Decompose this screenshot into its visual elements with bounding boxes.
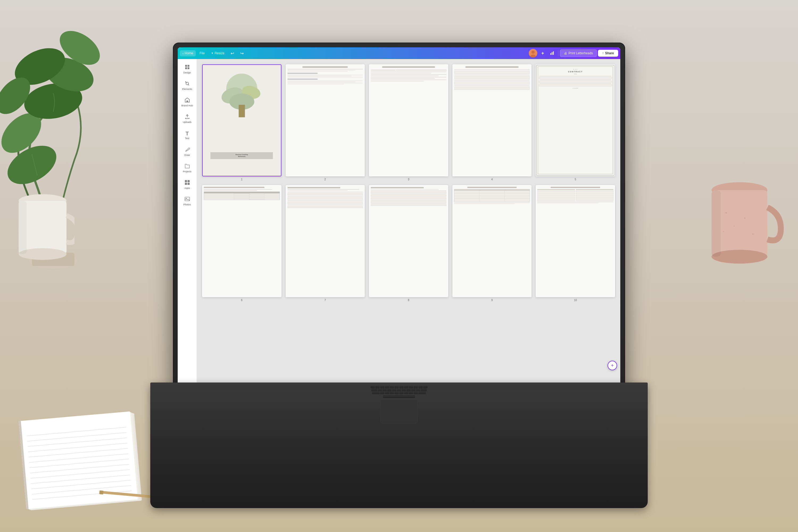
fab-add-button[interactable]: + xyxy=(608,361,617,370)
resize-button[interactable]: ▼ Resize xyxy=(209,50,227,56)
page-item-5: ✦ ✦ ✦ CONTRACT ✦ ✦ ✦ xyxy=(536,64,615,181)
home-label: Home xyxy=(185,51,193,55)
divider xyxy=(558,51,558,56)
svg-point-20 xyxy=(752,233,754,235)
laptop-base xyxy=(150,382,648,508)
text-icon: T xyxy=(185,131,189,136)
sidebar-item-projects[interactable]: Projects xyxy=(179,160,195,176)
sidebar-item-brand-hub[interactable]: Brand Hub xyxy=(179,94,195,110)
page-thumb-9[interactable] xyxy=(453,185,532,297)
sidebar-item-elements[interactable]: Elements xyxy=(179,78,195,94)
elements-label: Elements xyxy=(182,88,192,91)
page-item-2: 2 xyxy=(286,64,365,181)
svg-rect-49 xyxy=(185,65,187,67)
home-button[interactable]: ‹ Home xyxy=(180,50,196,56)
sidebar-item-text[interactable]: T Text xyxy=(179,127,195,143)
analytics-button[interactable] xyxy=(548,49,556,57)
uploads-label: Uploads xyxy=(183,121,191,124)
svg-point-19 xyxy=(723,231,724,232)
svg-rect-58 xyxy=(185,183,187,185)
page-thumb-5[interactable]: ✦ ✦ ✦ CONTRACT ✦ ✦ ✦ xyxy=(536,64,615,176)
canva-app: ‹ Home File ▼ Resize ↩ ↪ xyxy=(178,48,620,394)
sidebar: Design Elements xyxy=(178,59,197,384)
brand-hub-icon xyxy=(185,97,190,103)
svg-rect-41 xyxy=(99,491,103,494)
page-thumb-3[interactable] xyxy=(369,64,448,176)
svg-rect-66 xyxy=(239,105,245,117)
svg-rect-46 xyxy=(550,53,551,55)
page-thumb-8[interactable] xyxy=(369,185,448,297)
page-item-1: Business CoachingWorksheets 1 xyxy=(202,64,281,181)
apps-icon xyxy=(185,180,190,186)
page-item-7: 7 xyxy=(286,185,365,302)
svg-point-54 xyxy=(185,81,186,82)
pages-grid: Business CoachingWorksheets 1 xyxy=(202,64,615,302)
trackpad xyxy=(380,400,418,423)
svg-rect-57 xyxy=(188,180,190,182)
top-bar: ‹ Home File ▼ Resize ↩ ↪ xyxy=(178,48,620,59)
main-area: Design Elements xyxy=(178,59,620,384)
page-thumb-1[interactable]: Business CoachingWorksheets xyxy=(202,64,281,176)
share-label: Share xyxy=(605,51,614,55)
svg-rect-47 xyxy=(552,52,552,55)
sidebar-item-design[interactable]: Design xyxy=(179,61,195,77)
text-label: Text xyxy=(185,137,189,140)
page-item-6: 6 xyxy=(202,185,281,302)
page-number-2: 2 xyxy=(324,178,326,181)
svg-point-16 xyxy=(725,212,727,214)
laptop: ‹ Home File ▼ Resize ↩ ↪ xyxy=(173,42,625,508)
add-button[interactable]: + xyxy=(538,49,547,57)
page-number-6: 6 xyxy=(241,299,243,302)
sidebar-item-draw[interactable]: Draw xyxy=(179,144,195,159)
projects-label: Projects xyxy=(183,170,191,173)
mug-left xyxy=(13,186,75,261)
photos-label: Photos xyxy=(183,203,191,206)
page-item-4: 4 xyxy=(453,64,532,181)
file-button[interactable]: File xyxy=(197,50,207,56)
draw-icon xyxy=(185,147,190,153)
share-button[interactable]: ↑ Share xyxy=(598,50,618,57)
page-thumb-2[interactable] xyxy=(286,64,365,176)
page-item-9: 9 xyxy=(453,185,532,302)
page-number-9: 9 xyxy=(491,299,493,302)
page-thumb-7[interactable] xyxy=(286,185,365,297)
canvas-area[interactable]: Business CoachingWorksheets 1 xyxy=(197,59,620,384)
resize-label: Resize xyxy=(215,51,225,55)
page-number-1: 1 xyxy=(241,178,243,181)
svg-rect-52 xyxy=(188,67,189,69)
page-item-10: 10 xyxy=(536,185,615,302)
sidebar-item-apps[interactable]: Apps xyxy=(179,177,195,193)
undo-button[interactable]: ↩ xyxy=(228,49,236,57)
redo-button[interactable]: ↪ xyxy=(238,49,246,57)
svg-rect-56 xyxy=(185,180,187,182)
page-number-10: 10 xyxy=(574,299,577,302)
svg-rect-21 xyxy=(711,190,721,257)
svg-rect-48 xyxy=(553,51,554,55)
svg-rect-55 xyxy=(187,100,188,102)
design-icon xyxy=(185,64,190,71)
page-thumb-6[interactable] xyxy=(202,185,281,297)
page-number-8: 8 xyxy=(408,299,410,302)
page-number-7: 7 xyxy=(324,299,326,302)
photos-icon xyxy=(185,196,190,203)
notebook xyxy=(15,410,155,516)
page-number-3: 3 xyxy=(408,178,410,181)
svg-rect-51 xyxy=(185,67,187,69)
file-label: File xyxy=(200,51,205,55)
svg-rect-50 xyxy=(188,65,189,67)
camera xyxy=(398,45,400,46)
sidebar-item-photos[interactable]: Photos xyxy=(179,193,195,209)
screen-inner: ‹ Home File ▼ Resize ↩ ↪ xyxy=(178,48,620,394)
user-avatar[interactable] xyxy=(529,49,537,57)
page-number-5: 5 xyxy=(574,178,576,181)
screen-bezel: ‹ Home File ▼ Resize ↩ ↪ xyxy=(173,42,625,396)
page-number-4: 4 xyxy=(491,178,493,181)
sidebar-item-uploads[interactable]: Uploads xyxy=(179,111,195,127)
design-label: Design xyxy=(183,71,191,74)
mug-right xyxy=(700,173,785,274)
page-thumb-10[interactable] xyxy=(536,185,615,297)
page-thumb-4[interactable] xyxy=(453,64,532,176)
svg-rect-59 xyxy=(188,183,190,185)
print-button[interactable]: 🖨 Print Letterheads xyxy=(560,50,597,57)
projects-icon xyxy=(185,163,190,169)
